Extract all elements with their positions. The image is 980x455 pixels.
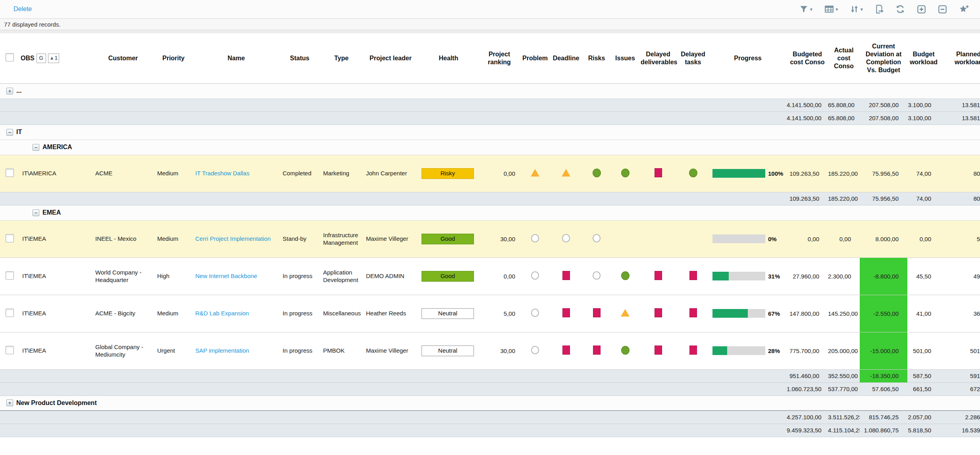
- obs-cell: IT\EMEA: [19, 257, 92, 295]
- total-empty-cell: [479, 382, 520, 395]
- obs-sort-badge[interactable]: ▲1: [48, 54, 60, 63]
- collapse-group-icon[interactable]: −: [33, 209, 39, 216]
- progress-cell: 100%: [709, 155, 787, 192]
- project-name-link[interactable]: Cerri Project Implementation: [195, 235, 271, 242]
- column-header-progress[interactable]: Progress: [709, 33, 787, 83]
- budget-workload-cell: 45,50: [907, 257, 940, 295]
- progress-track: [712, 234, 765, 243]
- total-planned-workload: 591,50: [940, 369, 980, 382]
- progress-bar: 0%: [709, 234, 787, 243]
- favorite-add-icon[interactable]: [959, 5, 969, 14]
- total-deviation: 75.956,50: [860, 192, 907, 205]
- column-header-planned-workload[interactable]: Planned workload: [940, 33, 980, 83]
- total-empty-cell: [320, 411, 363, 424]
- total-empty-cell: [550, 411, 582, 424]
- risks-cell: [582, 220, 611, 257]
- total-empty-cell: [19, 111, 92, 125]
- project-row: IT\AMERICAACMEMediumIT Tradeshow DallasC…: [0, 155, 980, 192]
- columns-caret-icon[interactable]: ▾: [836, 7, 838, 12]
- filter-icon[interactable]: ▾: [799, 5, 812, 13]
- health-cell: Good: [418, 220, 479, 257]
- column-header-problem[interactable]: Problem: [520, 33, 550, 83]
- project-name-link[interactable]: IT Tradeshow Dallas: [195, 170, 249, 177]
- column-header-project-leader[interactable]: Project leader: [363, 33, 418, 83]
- row-checkbox[interactable]: [6, 271, 14, 280]
- total-empty-cell: [677, 111, 709, 125]
- project-name-link[interactable]: R&D Lab Expansion: [195, 310, 249, 317]
- delete-button[interactable]: Delete: [13, 6, 32, 13]
- column-header-budgeted-cost-conso[interactable]: Budgeted cost Conso: [787, 33, 828, 83]
- problem-cell: [520, 295, 550, 332]
- project-name-link[interactable]: SAP implementation: [195, 347, 249, 354]
- type-cell: Marketing: [320, 155, 363, 192]
- column-header-status[interactable]: Status: [279, 33, 320, 83]
- expand-group-icon[interactable]: +: [6, 399, 13, 406]
- risks-cell: [582, 257, 611, 295]
- column-header-type[interactable]: Type: [320, 33, 363, 83]
- total-deviation: 57.606,50: [860, 382, 907, 395]
- total-empty-cell: [418, 382, 479, 395]
- total-budget-workload: 74,00: [907, 192, 940, 205]
- column-header-priority[interactable]: Priority: [154, 33, 193, 83]
- row-checkbox[interactable]: [6, 234, 14, 242]
- column-header-deadline[interactable]: Deadline: [550, 33, 582, 83]
- filter-caret-icon[interactable]: ▾: [810, 7, 812, 12]
- total-empty-cell: [92, 382, 154, 395]
- name-cell: Cerri Project Implementation: [193, 220, 279, 257]
- sort-caret-icon[interactable]: ▾: [860, 7, 863, 12]
- collapse-group-icon[interactable]: −: [33, 144, 39, 151]
- total-empty-cell: [639, 98, 677, 111]
- column-header-budget-workload[interactable]: Budget workload: [907, 33, 940, 83]
- collapse-all-icon[interactable]: [938, 5, 947, 14]
- row-checkbox[interactable]: [6, 169, 14, 177]
- deadline-cell: [550, 257, 582, 295]
- total-empty-cell: [479, 98, 520, 111]
- column-header-delayed-deliverables[interactable]: Delayed deliverables: [639, 33, 677, 83]
- row-checkbox[interactable]: [6, 309, 14, 317]
- total-budget-workload: 3.100,00: [907, 111, 940, 125]
- total-row: 951.460,00352.550,00-18.350,00587,50591,…: [0, 369, 980, 382]
- total-empty-cell: [279, 98, 320, 111]
- select-all-checkbox[interactable]: [6, 53, 14, 61]
- obs-cell: IT\EMEA: [19, 295, 92, 332]
- delayed-deliverables-square-red-icon: [655, 271, 662, 280]
- delayed-deliverables-square-red-icon: [655, 346, 662, 355]
- column-header-risks[interactable]: Risks: [582, 33, 611, 83]
- column-header-obs[interactable]: OBSG▲1: [19, 33, 92, 83]
- obs-group-badge[interactable]: G: [37, 54, 46, 63]
- columns-icon[interactable]: ▾: [824, 5, 838, 13]
- row-checkbox[interactable]: [6, 346, 14, 354]
- export-icon[interactable]: [875, 4, 884, 14]
- group-row: −IT: [0, 125, 980, 140]
- expand-group-icon[interactable]: +: [6, 88, 13, 94]
- column-header-current-deviation-at-completion-vs-budget[interactable]: Current Deviation at Completion Vs. Budg…: [860, 33, 907, 83]
- column-header-issues[interactable]: Issues: [611, 33, 639, 83]
- refresh-icon[interactable]: [895, 4, 905, 14]
- project-name-link[interactable]: New Internet Backbone: [195, 273, 257, 279]
- total-empty-cell: [709, 382, 787, 395]
- project-ranking-cell: 30,00: [479, 220, 520, 257]
- delayed-tasks-square-red-icon: [689, 346, 697, 355]
- total-empty-cell: [92, 424, 154, 437]
- deadline-triangle-icon: [562, 169, 570, 177]
- budget-workload-cell: 501,00: [907, 332, 940, 369]
- problem-cell: [520, 257, 550, 295]
- total-empty-cell: [639, 111, 677, 125]
- expand-all-icon[interactable]: [917, 5, 926, 14]
- column-header-project-ranking[interactable]: Project ranking: [479, 33, 520, 83]
- project-ranking-cell: 30,00: [479, 332, 520, 369]
- total-empty-cell: [520, 111, 550, 125]
- total-empty-cell: [479, 424, 520, 437]
- column-header-health[interactable]: Health: [418, 33, 479, 83]
- collapse-group-icon[interactable]: −: [6, 129, 13, 136]
- column-header-delayed-tasks[interactable]: Delayed tasks: [677, 33, 709, 83]
- column-header-customer[interactable]: Customer: [92, 33, 154, 83]
- progress-label: 31%: [768, 273, 780, 280]
- column-header-actual-cost-conso[interactable]: Actual cost Conso: [828, 33, 860, 83]
- sort-icon[interactable]: ▾: [850, 5, 863, 13]
- name-cell: SAP implementation: [193, 332, 279, 369]
- priority-cell: Urgent: [154, 332, 193, 369]
- issues-cell: [611, 220, 639, 257]
- group-label: New Product Development: [16, 399, 97, 407]
- column-header-name[interactable]: Name: [193, 33, 279, 83]
